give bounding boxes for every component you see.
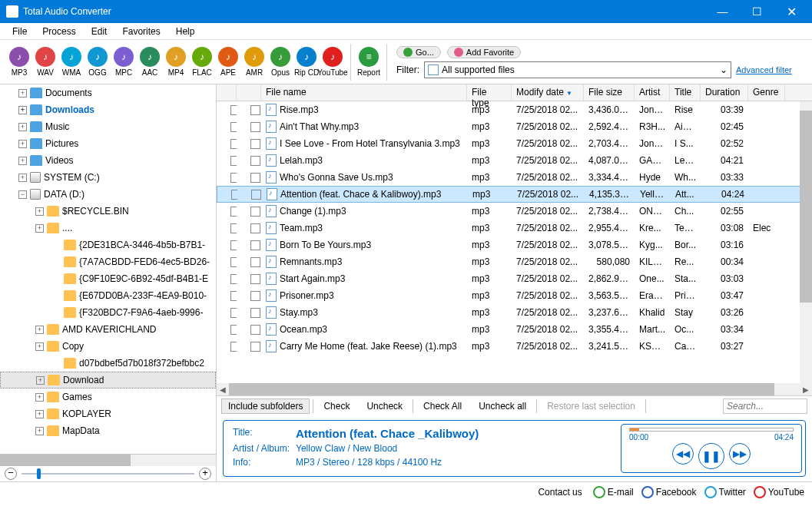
row-checkbox2[interactable] — [250, 223, 260, 233]
row-checkbox2[interactable] — [250, 173, 260, 183]
row-checkbox2[interactable] — [250, 240, 260, 250]
zoom-out-button[interactable]: − — [5, 468, 17, 480]
expand-icon[interactable]: + — [35, 427, 44, 435]
table-row[interactable]: Change (1).mp3mp37/25/2018 02...2,738.48… — [217, 203, 812, 220]
expand-icon[interactable]: + — [35, 326, 44, 334]
row-checkbox[interactable] — [230, 240, 237, 250]
menu-favorites[interactable]: Favorites — [114, 26, 167, 37]
tree-item[interactable]: +KOPLAYER — [0, 405, 216, 422]
row-checkbox2[interactable] — [250, 139, 260, 149]
row-checkbox2[interactable] — [250, 325, 260, 335]
row-checkbox[interactable] — [230, 274, 237, 284]
format-youtube[interactable]: ♪YouTube — [320, 47, 346, 77]
format-opus[interactable]: ♪Opus — [267, 47, 293, 77]
tree-item[interactable]: +Documents — [0, 84, 216, 101]
table-row[interactable]: Born To Be Yours.mp3mp37/25/2018 02...3,… — [217, 236, 812, 253]
format-flac[interactable]: ♪FLAC — [189, 47, 215, 77]
tree-item[interactable]: +Download — [0, 372, 216, 389]
report-button[interactable]: ≡ Report — [356, 47, 382, 77]
email-link[interactable]: E-mail — [593, 486, 634, 498]
row-checkbox2[interactable] — [250, 105, 260, 115]
grid-vscrollbar[interactable] — [800, 101, 812, 383]
zoom-in-button[interactable]: + — [199, 468, 211, 480]
expand-icon[interactable]: + — [36, 376, 45, 385]
table-row[interactable]: Remnants.mp3mp37/25/2018 02...580,080KIL… — [217, 253, 812, 270]
column-header[interactable]: File size — [584, 84, 635, 101]
row-checkbox2[interactable] — [250, 207, 260, 217]
tree-item[interactable]: +$RECYCLE.BIN — [0, 203, 216, 220]
tree-item[interactable]: {F320BDC7-F9A6-4aeb-9996- — [0, 304, 216, 321]
tree-item[interactable]: {E67DD0BA-233F-4EA9-B010- — [0, 287, 216, 304]
minimize-button[interactable]: — — [705, 0, 740, 23]
tree-item[interactable]: +Pictures — [0, 135, 216, 152]
tree-item[interactable]: {7A7ACBDD-FED6-4ec5-BD26- — [0, 253, 216, 270]
search-input[interactable] — [723, 399, 807, 414]
row-checkbox2[interactable] — [250, 274, 260, 284]
row-checkbox[interactable] — [230, 173, 237, 183]
maximize-button[interactable]: ☐ — [740, 0, 774, 23]
youtube-link[interactable]: YouTube — [754, 486, 804, 498]
format-ogg[interactable]: ♪OGG — [85, 47, 111, 77]
column-header[interactable] — [237, 84, 261, 101]
format-amr[interactable]: ♪AMR — [241, 47, 267, 77]
column-header[interactable]: Duration — [701, 84, 748, 101]
table-row[interactable]: Ain't That Why.mp3mp37/25/2018 02...2,59… — [217, 118, 812, 135]
expand-icon[interactable]: + — [18, 140, 27, 148]
menu-edit[interactable]: Edit — [84, 26, 115, 37]
row-checkbox[interactable] — [230, 207, 237, 217]
table-row[interactable]: Prisoner.mp3mp37/25/2018 02...3,563.51 K… — [217, 287, 812, 304]
tree-item[interactable]: +Copy — [0, 338, 216, 355]
tree-item[interactable]: +Games — [0, 389, 216, 405]
advanced-filter-link[interactable]: Advanced filter — [736, 65, 792, 74]
tree-item[interactable]: {C9F10E9C-6B92-45df-B4B1-E — [0, 270, 216, 287]
expand-icon[interactable]: + — [18, 123, 27, 131]
tree-item[interactable]: +AMD KAVERICHLAND — [0, 321, 216, 338]
row-checkbox[interactable] — [230, 223, 237, 233]
table-row[interactable]: Attention (feat. Chace & Kalibwoy).mp3mp… — [217, 186, 812, 203]
row-checkbox[interactable] — [230, 139, 237, 149]
close-button[interactable]: ✕ — [774, 0, 809, 23]
row-checkbox2[interactable] — [250, 257, 260, 267]
column-header[interactable]: Modify date — [512, 84, 584, 101]
row-checkbox[interactable] — [230, 105, 237, 115]
filter-select[interactable]: All supported files ⌄ — [424, 61, 731, 78]
row-checkbox[interactable] — [230, 291, 237, 301]
prev-button[interactable]: ◀◀ — [672, 443, 694, 465]
tree-item[interactable]: +Downloads — [0, 101, 216, 118]
expand-icon[interactable]: + — [35, 342, 44, 351]
tree-item[interactable]: +Music — [0, 118, 216, 135]
tree-item[interactable]: +MapData — [0, 422, 216, 439]
table-row[interactable]: Carry Me Home (feat. Jake Reese) (1).mp3… — [217, 338, 812, 355]
expand-icon[interactable]: + — [18, 106, 27, 114]
row-checkbox2[interactable] — [250, 308, 260, 318]
format-mp4[interactable]: ♪MP4 — [163, 47, 189, 77]
table-row[interactable]: Lelah.mp3mp37/25/2018 02...4,087.09 KBGA… — [217, 152, 812, 169]
tree-item[interactable]: +SYSTEM (C:) — [0, 169, 216, 186]
row-checkbox[interactable] — [230, 257, 237, 267]
include-subfolders-button[interactable]: Include subfolders — [221, 399, 310, 414]
row-checkbox[interactable] — [230, 122, 237, 132]
column-header[interactable]: Artist — [635, 84, 670, 101]
expand-icon[interactable]: + — [18, 89, 27, 98]
row-checkbox2[interactable] — [250, 342, 260, 352]
tree-item[interactable]: +Videos — [0, 152, 216, 169]
check-button[interactable]: Check — [317, 399, 356, 414]
grid-hscrollbar[interactable]: ◀▶ — [217, 383, 812, 395]
expand-icon[interactable]: + — [18, 157, 27, 165]
twitter-link[interactable]: Twitter — [704, 486, 746, 498]
column-header[interactable]: Genre — [748, 84, 785, 101]
facebook-link[interactable]: Facebook — [641, 486, 697, 498]
restore-selection-button[interactable]: Restore last selection — [540, 399, 642, 414]
expand-icon[interactable]: + — [18, 174, 27, 182]
tree-item[interactable]: d07bdbef5d7b018f372befbbc2 — [0, 355, 216, 372]
uncheck-button[interactable]: Uncheck — [360, 399, 409, 414]
row-checkbox2[interactable] — [251, 190, 261, 200]
table-row[interactable]: Stay.mp3mp37/25/2018 02...3,237.65 KBKha… — [217, 304, 812, 321]
table-row[interactable]: Start Again.mp3mp37/25/2018 02...2,862.9… — [217, 270, 812, 287]
expand-icon[interactable]: − — [18, 190, 27, 199]
column-header[interactable]: File type — [467, 84, 512, 101]
table-row[interactable]: I See Love - From Hotel Transylvania 3.m… — [217, 135, 812, 152]
format-wav[interactable]: ♪WAV — [32, 47, 58, 77]
format-ripcd[interactable]: ♪Rip CD — [293, 47, 320, 77]
table-row[interactable]: Ocean.mp3mp37/25/2018 02...3,355.42 KBMa… — [217, 321, 812, 338]
